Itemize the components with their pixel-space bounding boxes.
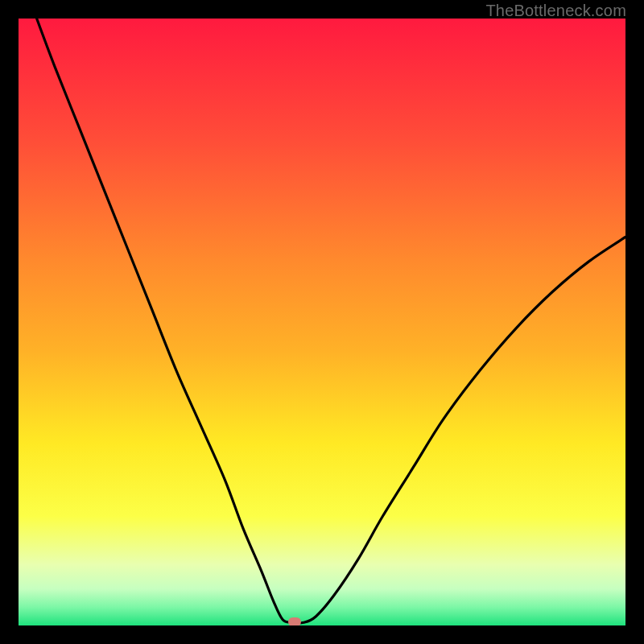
bottleneck-curve <box>19 19 625 625</box>
plot-area <box>19 19 625 625</box>
optimal-marker <box>288 617 301 625</box>
watermark-text: TheBottleneck.com <box>485 2 626 20</box>
chart-frame: TheBottleneck.com <box>0 0 644 644</box>
